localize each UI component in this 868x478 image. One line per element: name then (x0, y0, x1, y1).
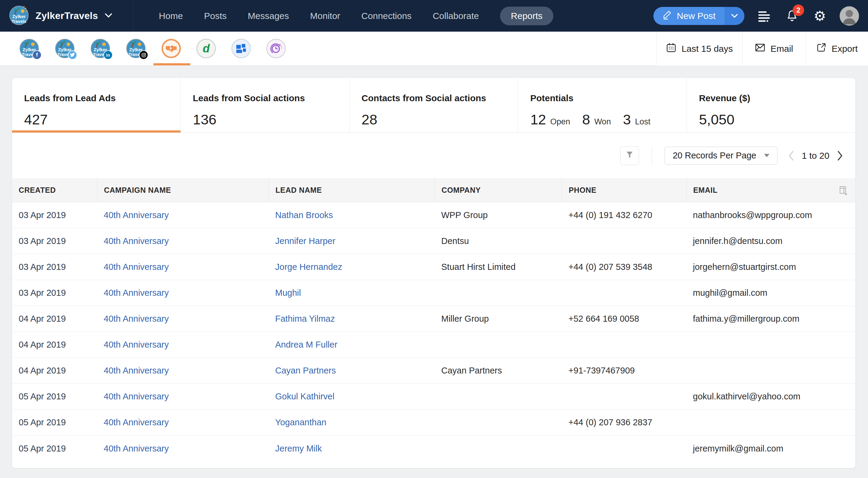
campaign-link[interactable]: 40th Anniversary (97, 202, 269, 228)
divider (652, 147, 652, 164)
lead-link[interactable]: Jeremy Milk (269, 436, 435, 461)
tab-apps-grid-icon[interactable] (231, 39, 251, 58)
new-post-button[interactable]: New Post (653, 7, 744, 25)
records-per-page-select[interactable]: 20 Records Per Page (664, 147, 778, 165)
campaign-link[interactable]: 40th Anniversary (104, 236, 169, 246)
campaign-link[interactable]: 40th Anniversary (104, 314, 169, 324)
card-leads-from-social[interactable]: Leads from Social actions 136 (181, 78, 349, 132)
lead-link[interactable]: Gokul Kathirvel (269, 384, 435, 409)
company-cell (435, 280, 562, 306)
export-button[interactable]: Export (805, 32, 868, 66)
card-value: 427 (24, 111, 181, 128)
lead-link[interactable]: Nathan Brooks (269, 202, 435, 228)
tab-desk-icon[interactable]: d (196, 39, 216, 58)
phone-cell (562, 332, 686, 357)
company-cell (435, 436, 562, 461)
campaign-link[interactable]: 40th Anniversary (97, 332, 269, 357)
table-row: 05 Apr 201940th AnniversaryJeremy Milkje… (12, 436, 855, 461)
campaign-link[interactable]: 40th Anniversary (97, 436, 269, 461)
lead-link[interactable]: Cayan Partners (275, 365, 336, 376)
nav-messages[interactable]: Messages (248, 7, 289, 25)
nav-collaborate[interactable]: Collaborate (433, 7, 479, 25)
lead-link[interactable]: Jeremy Milk (275, 444, 322, 454)
campaign-link[interactable]: 40th Anniversary (97, 254, 269, 280)
topbar-actions: New Post 2 ⚙ (653, 0, 859, 32)
campaign-link[interactable]: 40th Anniversary (104, 417, 169, 427)
card-contacts-from-social[interactable]: Contacts from Social actions 28 (349, 78, 518, 132)
lead-link[interactable]: Mughil (275, 288, 301, 298)
card-revenue[interactable]: Revenue ($) 5,050 (687, 78, 855, 132)
campaign-link[interactable]: 40th Anniversary (104, 210, 169, 220)
next-page-icon[interactable] (837, 151, 843, 161)
campaign-link[interactable]: 40th Anniversary (97, 280, 269, 306)
table-row: 04 Apr 201940th AnniversaryFathima Yilma… (12, 306, 855, 332)
channel-linkedin[interactable]: Zylker Travels in (90, 38, 110, 58)
lead-link[interactable]: Yogananthan (275, 417, 327, 427)
card-potentials[interactable]: Potentials 12 Open 8 Won 3 Lost (518, 78, 687, 132)
email-button[interactable]: Email (742, 32, 805, 66)
campaign-link[interactable]: 40th Anniversary (104, 365, 169, 376)
channel-instagram[interactable]: Zylker Travels (126, 38, 146, 58)
filter-button[interactable] (620, 147, 639, 165)
table-row: 04 Apr 201940th AnniversaryCayan Partner… (12, 358, 855, 384)
card-label: Leads from Lead Ads (24, 93, 181, 103)
new-post-dropdown[interactable] (724, 7, 744, 25)
brand-selector[interactable]: Zylker Travels ZylkerTravels (0, 0, 133, 32)
top-bar: Zylker Travels ZylkerTravels Home Posts … (0, 0, 868, 32)
lead-link[interactable]: Mughil (269, 280, 435, 306)
notification-badge: 2 (793, 4, 804, 16)
nav-reports[interactable]: Reports (500, 7, 553, 25)
date-range-button[interactable]: Last 15 days (656, 32, 742, 66)
card-leads-from-lead-ads[interactable]: Leads from Lead Ads 427 (12, 78, 181, 132)
campaign-link[interactable]: 40th Anniversary (104, 391, 169, 402)
bell-icon[interactable]: 2 (784, 8, 800, 24)
campaign-link[interactable]: 40th Anniversary (97, 410, 269, 435)
phone-cell: +91-7397467909 (562, 358, 686, 383)
lead-link[interactable]: Cayan Partners (269, 358, 435, 383)
channel-twitter[interactable]: Zylker Travels (55, 38, 75, 58)
lead-link[interactable]: Andrea M Fuller (275, 340, 337, 350)
lead-link[interactable]: Fathima Yilmaz (269, 306, 435, 331)
campaign-link[interactable]: 40th Anniversary (104, 444, 169, 454)
records-per-page-value: 20 Records Per Page (673, 151, 756, 161)
campaign-link[interactable]: 40th Anniversary (97, 306, 269, 331)
gear-icon[interactable]: ⚙ (812, 8, 828, 24)
lead-link[interactable]: Jennifer Harper (269, 228, 435, 254)
email-cell: jennifer.h@dentsu.com (686, 228, 855, 254)
feed-list-icon[interactable] (756, 8, 772, 24)
lead-link[interactable]: Andrea M Fuller (269, 332, 435, 357)
campaign-link[interactable]: 40th Anniversary (104, 288, 169, 298)
report-panel: Leads from Lead Ads 427 Leads from Socia… (12, 78, 855, 468)
chevron-down-icon (764, 154, 770, 157)
card-label: Revenue ($) (699, 93, 855, 103)
add-column-icon[interactable] (838, 178, 848, 202)
campaign-link[interactable]: 40th Anniversary (97, 384, 269, 409)
column-header: LEAD NAME (269, 178, 435, 202)
nav-posts[interactable]: Posts (204, 7, 227, 25)
lead-link[interactable]: Jorge Hernandez (269, 254, 435, 280)
lead-link[interactable]: Yogananthan (269, 410, 435, 435)
lead-link[interactable]: Jennifer Harper (275, 236, 336, 246)
channels-bar: Zylker Travels f Zylker Travels (0, 32, 868, 66)
user-avatar[interactable] (840, 6, 859, 26)
table-body: 03 Apr 201940th AnniversaryNathan Brooks… (12, 202, 855, 461)
tab-timer-icon[interactable] (267, 39, 286, 58)
nav-connections[interactable]: Connections (361, 7, 412, 25)
table-header: CREATEDCAMPAIGN NAMELEAD NAMECOMPANYPHON… (12, 178, 855, 202)
nav-monitor[interactable]: Monitor (310, 7, 340, 25)
channel-facebook[interactable]: Zylker Travels f (19, 38, 39, 58)
created-cell: 05 Apr 2019 (12, 436, 97, 461)
campaign-link[interactable]: 40th Anniversary (97, 358, 269, 383)
campaign-link[interactable]: 40th Anniversary (97, 228, 269, 254)
nav-home[interactable]: Home (159, 7, 183, 25)
prev-page-icon[interactable] (788, 151, 795, 161)
potentials-open-label: Open (550, 117, 570, 127)
campaign-link[interactable]: 40th Anniversary (104, 340, 169, 350)
lead-link[interactable]: Nathan Brooks (275, 210, 333, 220)
tab-leads-handshake-icon[interactable] (161, 39, 181, 58)
lead-link[interactable]: Fathima Yilmaz (275, 314, 335, 324)
lead-link[interactable]: Jorge Hernandez (275, 262, 342, 272)
brand-name: ZylkerTravels (36, 10, 98, 21)
lead-link[interactable]: Gokul Kathirvel (275, 391, 335, 402)
campaign-link[interactable]: 40th Anniversary (104, 262, 169, 272)
